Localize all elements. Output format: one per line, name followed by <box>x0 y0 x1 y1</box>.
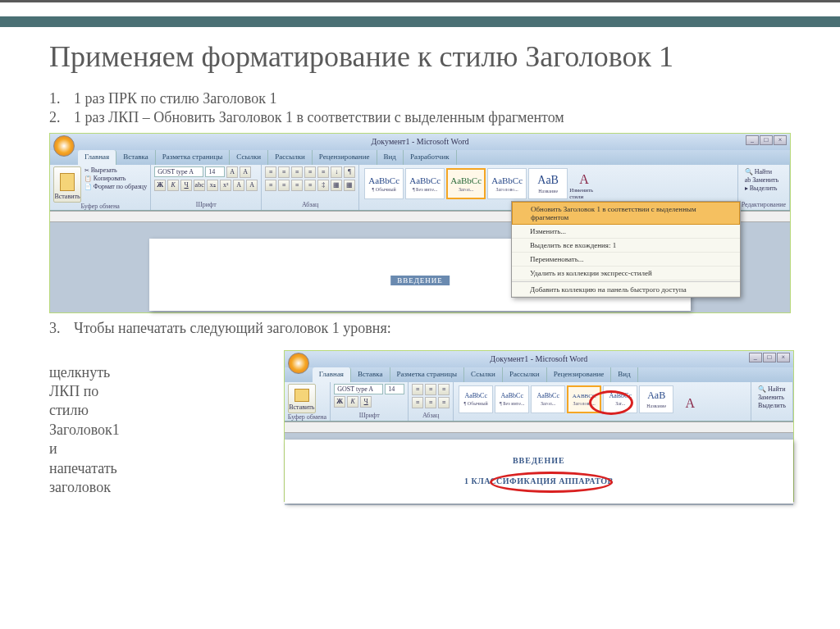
multilevel-icon[interactable]: ≡ <box>291 166 303 178</box>
style-heading1[interactable]: AaBbCcЗагол... <box>531 385 565 413</box>
style-nospacing[interactable]: AaBbCc¶ Без инте... <box>495 385 529 413</box>
ctx-remove-gallery[interactable]: Удалить из коллекции экспресс-стилей <box>512 267 740 280</box>
style-normal[interactable]: AaBbCc¶ Обычный <box>364 168 404 199</box>
tab-home[interactable]: Главная <box>78 150 116 165</box>
replace-button[interactable]: Заменить <box>758 394 786 401</box>
tab-layout[interactable]: Разметка страницы <box>390 367 465 382</box>
align-left-icon[interactable]: ≡ <box>265 180 276 191</box>
align-center-icon[interactable]: ≡ <box>278 180 290 191</box>
numbering-icon[interactable]: ≡ <box>425 384 436 395</box>
style-title[interactable]: AaBНазвание <box>528 168 568 199</box>
replace-button[interactable]: ab Заменить <box>745 176 783 184</box>
highlight-button[interactable]: A <box>233 180 244 191</box>
font-color-button[interactable]: A <box>246 180 258 191</box>
select-button[interactable]: Выделить <box>758 402 786 409</box>
italic-button[interactable]: К <box>167 180 179 191</box>
window-controls: _ □ × <box>749 353 790 362</box>
ctx-add-qat[interactable]: Добавить коллекцию на панель быстрого до… <box>512 283 740 297</box>
close-icon[interactable]: × <box>777 353 790 362</box>
window-title: Документ1 - Microsoft Word <box>490 354 587 363</box>
shading-icon[interactable]: ▦ <box>331 180 342 191</box>
indent-icon[interactable]: ≡ <box>438 384 450 395</box>
cut-button[interactable]: Вырезать <box>84 166 147 174</box>
numbering-icon[interactable]: ≡ <box>278 166 290 178</box>
font-name-select[interactable]: GOST type A <box>334 384 383 394</box>
strike-button[interactable]: abc <box>194 180 205 191</box>
style-heading2[interactable]: AaBbCcЗаг... <box>603 385 637 413</box>
indent-dec-icon[interactable]: ≡ <box>304 166 316 178</box>
underline-button[interactable]: Ч <box>180 180 192 191</box>
justify-icon[interactable]: ≡ <box>438 397 450 408</box>
minimize-icon[interactable]: _ <box>749 353 762 362</box>
find-button[interactable]: 🔍 Найти <box>745 168 783 175</box>
italic-button[interactable]: К <box>347 396 358 408</box>
line-spacing-icon[interactable]: ‡ <box>317 180 329 191</box>
office-button-icon[interactable] <box>53 135 75 157</box>
align-center-icon[interactable]: ≡ <box>425 397 436 408</box>
tab-insert[interactable]: Вставка <box>351 367 390 382</box>
pilcrow-icon[interactable]: ¶ <box>344 166 355 178</box>
bold-button[interactable]: Ж <box>334 396 345 408</box>
tab-view[interactable]: Вид <box>611 367 637 382</box>
tab-insert[interactable]: Вставка <box>116 150 156 165</box>
editing-label: Редактирование <box>742 201 786 208</box>
tab-home[interactable]: Главная <box>313 367 351 382</box>
office-button-icon[interactable] <box>288 353 309 374</box>
ctx-rename[interactable]: Переименовать... <box>512 253 740 267</box>
style-title[interactable]: AaBНазвание <box>639 385 673 413</box>
style-heading2[interactable]: AaBbCcЗаголово... <box>487 168 527 199</box>
shrink-font-icon[interactable]: A <box>240 166 251 178</box>
maximize-icon[interactable]: □ <box>763 353 776 362</box>
superscript-button[interactable]: x² <box>220 180 231 191</box>
align-right-icon[interactable]: ≡ <box>291 180 303 191</box>
tab-review[interactable]: Рецензирование <box>547 367 612 382</box>
paragraph-group: ≡ ≡ ≡ ≡ ≡ ≡ Абзац <box>409 382 454 421</box>
align-left-icon[interactable]: ≡ <box>412 397 423 408</box>
indent-inc-icon[interactable]: ≡ <box>317 166 329 178</box>
find-button[interactable]: 🔍 Найти <box>758 385 786 393</box>
format-painter-button[interactable]: Формат по образцу <box>84 183 147 190</box>
tab-mail[interactable]: Рассылки <box>268 150 313 165</box>
font-size-select[interactable]: 14 <box>385 384 404 394</box>
font-name-select[interactable]: GOST type A <box>154 166 203 177</box>
ruler <box>285 422 793 433</box>
tab-links[interactable]: Ссылки <box>464 367 503 382</box>
change-styles-button[interactable]: A <box>675 385 705 422</box>
bullets-icon[interactable]: ≡ <box>265 166 276 178</box>
style-heading1-sel[interactable]: AABBCCЗаголово... <box>567 385 601 413</box>
minimize-icon[interactable]: _ <box>746 135 759 145</box>
tab-review[interactable]: Рецензирование <box>313 150 377 165</box>
ctx-select-all[interactable]: Выделить все вхождения: 1 <box>512 239 740 253</box>
tab-layout[interactable]: Разметка страницы <box>156 150 231 165</box>
sort-icon[interactable]: ↓ <box>331 166 342 178</box>
tab-view[interactable]: Вид <box>377 150 404 165</box>
ctx-update-style[interactable]: Обновить Заголовок 1 в соответствии с вы… <box>512 202 740 225</box>
maximize-icon[interactable]: □ <box>760 135 773 145</box>
style-nospacing[interactable]: AaBbCc¶ Без инте... <box>405 168 445 199</box>
change-styles-button[interactable]: AИзменить стили <box>569 168 599 204</box>
font-size-select[interactable]: 14 <box>205 166 225 177</box>
paste-button[interactable]: Вставить <box>288 384 316 413</box>
tab-links[interactable]: Ссылки <box>230 150 268 165</box>
style-heading1[interactable]: AaBbCcЗагол... <box>446 168 486 199</box>
paste-button[interactable]: Вставить <box>53 166 81 203</box>
tab-dev[interactable]: Разработчик <box>404 150 457 165</box>
style-context-menu: Обновить Заголовок 1 в соответствии с вы… <box>511 201 741 298</box>
font-label: Шрифт <box>154 201 258 208</box>
borders-icon[interactable]: ▦ <box>344 180 355 191</box>
bullets-icon[interactable]: ≡ <box>412 384 423 395</box>
style-normal[interactable]: AaBbCc¶ Обычный <box>459 385 493 413</box>
copy-button[interactable]: Копировать <box>84 175 147 182</box>
underline-button[interactable]: Ч <box>360 396 372 408</box>
tab-mail[interactable]: Рассылки <box>503 367 547 382</box>
justify-icon[interactable]: ≡ <box>304 180 316 191</box>
subscript-button[interactable]: x₂ <box>207 180 218 191</box>
paste-icon <box>294 389 309 402</box>
page[interactable]: ВВЕДЕНИЕ 1 КЛАССИФИКАЦИЯ АППАРАТОВ <box>285 440 793 504</box>
bold-button[interactable]: Ж <box>154 180 166 191</box>
ctx-modify[interactable]: Изменить... <box>512 225 740 239</box>
close-icon[interactable]: × <box>774 135 787 145</box>
select-button[interactable]: ▸ Выделить <box>745 185 783 192</box>
font-label: Шрифт <box>334 412 404 419</box>
grow-font-icon[interactable]: A <box>226 166 238 178</box>
